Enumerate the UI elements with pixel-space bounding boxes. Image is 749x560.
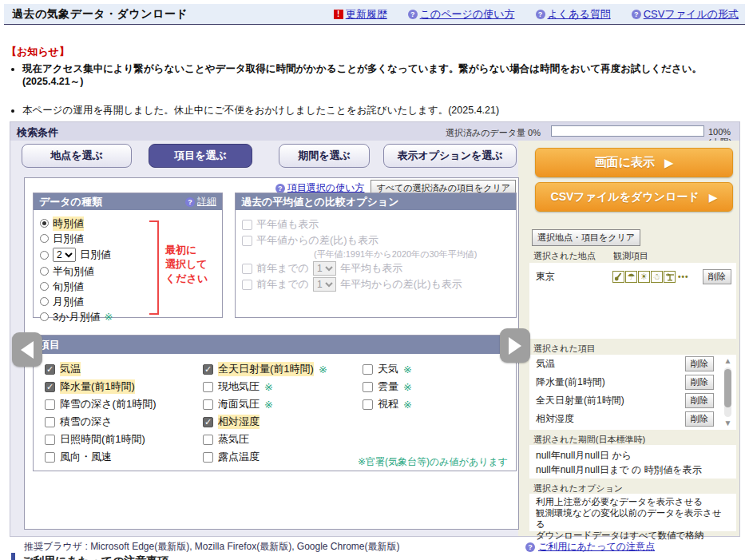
checkbox [242, 280, 252, 290]
n-daily-select[interactable]: 2 [53, 248, 76, 262]
item-snowfall-depth[interactable]: 降雪の深さ(前1時間) [45, 395, 157, 413]
items-section: 項目 気温 降水量(前1時間) 降雪の [33, 335, 517, 471]
radio-row-monthly[interactable]: 月別値 [40, 294, 216, 309]
teal-asterisk: ※ [403, 381, 412, 393]
scrollbar-track[interactable] [724, 367, 731, 417]
checkbox [242, 220, 252, 230]
checkbox[interactable] [203, 417, 213, 427]
checkbox[interactable] [203, 435, 213, 445]
scroll-up-icon[interactable]: ▲ [724, 356, 732, 366]
checkbox[interactable] [45, 452, 55, 463]
radio-button[interactable] [40, 297, 49, 306]
checkbox[interactable] [45, 382, 55, 392]
clear-station-items-button[interactable]: 選択地点・項目をクリア [532, 229, 640, 246]
csv-format-label[interactable]: CSVファイルの形式 [644, 7, 739, 22]
scroll-down-icon[interactable]: ▼ [724, 419, 732, 428]
item-relative-humidity[interactable]: 相対湿度 [203, 413, 327, 431]
checkbox [242, 236, 252, 246]
top-links: ! 更新履歴 ? このページの使い方 ? よくある質問 ? CSVファイルの形式 [334, 7, 745, 22]
help-icon: ? [525, 542, 535, 552]
data-type-section: データの種類 ? 詳細 時別値 日別値 [33, 193, 223, 318]
tab-select-station[interactable]: 地点を選ぶ [22, 144, 132, 168]
item-sunshine-duration[interactable]: 日照時間(前1時間) [45, 431, 157, 448]
comparison-option-row: 平年値も表示 [242, 216, 509, 232]
item-solar-radiation[interactable]: 全天日射量(前1時間) ※ [203, 360, 327, 378]
checkbox[interactable] [203, 399, 213, 410]
notice-item: 本ページの運用を再開しました。休止中にご不便をおかけしましたことをお詫びいたしま… [22, 104, 737, 117]
snowman-icon: ☃ [651, 271, 663, 283]
page: 過去の気象データ・ダウンロード ! 更新履歴 ? このページの使い方 ? よくあ… [0, 0, 749, 560]
radio-button[interactable] [40, 282, 49, 291]
radio-row-3month[interactable]: 3か月別値 ※ [40, 309, 216, 324]
more-icons: ••• [678, 272, 689, 281]
faq-link[interactable]: ? よくある質問 [536, 7, 611, 22]
selected-item-row: 降水量(前1時間) 削除 [529, 373, 736, 391]
usage-notes-link[interactable]: ? ご利用にあたっての注意点 [525, 540, 655, 554]
search-conditions-panel: 検索条件 選択済みのデータ量 0% 100%(上限) 画面に表示 ▶ CSVファ… [10, 121, 740, 537]
selected-items-header: 選択された項目 [533, 343, 596, 355]
delete-item-button[interactable]: 削除 [685, 375, 714, 390]
option-line: 観測環境などの変化以前のデータを表示させる [536, 507, 730, 530]
download-csv-button[interactable]: CSVファイルをダウンロード ▶ [535, 182, 733, 212]
data-type-header: データの種類 ? 詳細 [34, 193, 222, 210]
update-history-label[interactable]: 更新履歴 [346, 7, 387, 22]
item-precipitation[interactable]: 降水量(前1時間) [45, 378, 157, 395]
selected-item-row: 全天日射量(前1時間) 削除 [529, 391, 736, 410]
how-to-use-link[interactable]: ? このページの使い方 [408, 7, 515, 22]
checkbox[interactable] [45, 417, 55, 427]
observation-items-header: 観測項目 [613, 250, 648, 262]
prev-panel-arrow[interactable] [12, 332, 42, 367]
checkbox[interactable] [363, 399, 373, 410]
scrollbar-thumb[interactable] [724, 369, 731, 407]
checkbox[interactable] [363, 382, 373, 392]
checkbox[interactable] [203, 364, 213, 375]
how-to-use-label[interactable]: このページの使い方 [420, 7, 515, 22]
tab-select-items[interactable]: 項目を選ぶ [149, 144, 252, 168]
item-station-pressure[interactable]: 現地気圧 ※ [203, 378, 327, 395]
delete-item-button[interactable]: 削除 [685, 411, 714, 427]
item-snow-depth[interactable]: 積雪の深さ [45, 413, 157, 431]
next-panel-arrow[interactable] [500, 328, 530, 363]
radio-button[interactable] [40, 267, 49, 276]
checkbox[interactable] [203, 452, 213, 463]
checkbox[interactable] [45, 364, 55, 375]
tab-select-display-options[interactable]: 表示オプションを選ぶ [383, 144, 517, 168]
climate-normal-note: (平年値:1991年から2020年の30年平均値) [242, 248, 509, 260]
csv-format-link[interactable]: ? CSVファイルの形式 [632, 7, 739, 22]
years-diff-select: 1 [313, 277, 336, 292]
item-weather[interactable]: 天気 ※ [363, 360, 412, 378]
item-visibility[interactable]: 視程 ※ [363, 395, 412, 413]
item-vapor-pressure[interactable]: 蒸気圧 [203, 431, 327, 448]
option-line: 利用上注意が必要なデータを表示させる [536, 496, 730, 507]
teal-asterisk: ※ [403, 363, 412, 375]
delete-station-button[interactable]: 削除 [703, 269, 731, 284]
items-scrollbar[interactable]: ▲ ▼ [722, 356, 734, 428]
selected-station-box: 東京 ☂ ☀ ☃ ••• 削除 [529, 263, 736, 339]
item-wind[interactable]: 風向・風速 [45, 448, 157, 466]
years-average-select: 1 [313, 261, 336, 276]
radio-button[interactable] [40, 234, 49, 243]
checkbox[interactable] [45, 399, 55, 410]
item-temperature[interactable]: 気温 [45, 360, 157, 378]
tab-select-period[interactable]: 期間を選ぶ [279, 144, 370, 168]
item-sea-level-pressure[interactable]: 海面気圧 ※ [203, 395, 327, 413]
radio-button[interactable] [40, 219, 49, 228]
delete-item-button[interactable]: 削除 [685, 356, 714, 371]
update-history-link[interactable]: ! 更新履歴 [334, 7, 387, 22]
show-on-screen-button[interactable]: 画面に表示 ▶ [535, 148, 733, 177]
item-cloud-amount[interactable]: 雲量 ※ [363, 378, 412, 395]
stations-only-footnote: ※官署(気象台等)のみ値があります [358, 455, 508, 469]
detail-link[interactable]: 詳細 [197, 195, 216, 209]
checkbox[interactable] [45, 435, 55, 445]
faq-label[interactable]: よくある質問 [548, 7, 611, 22]
selected-station-header: 選択された地点 [533, 250, 596, 262]
radio-button[interactable] [40, 251, 49, 260]
checkbox[interactable] [363, 364, 373, 375]
delete-item-button[interactable]: 削除 [685, 393, 714, 408]
radio-button[interactable] [40, 312, 49, 321]
item-dew-point[interactable]: 露点温度 [203, 448, 327, 466]
period-line: null年null月null日まで の 時別値を表示 [536, 463, 730, 477]
radio-row-hourly[interactable]: 時別値 [40, 216, 216, 231]
selected-period-header: 選択された期間(日本標準時) [533, 434, 645, 446]
checkbox[interactable] [203, 382, 213, 392]
